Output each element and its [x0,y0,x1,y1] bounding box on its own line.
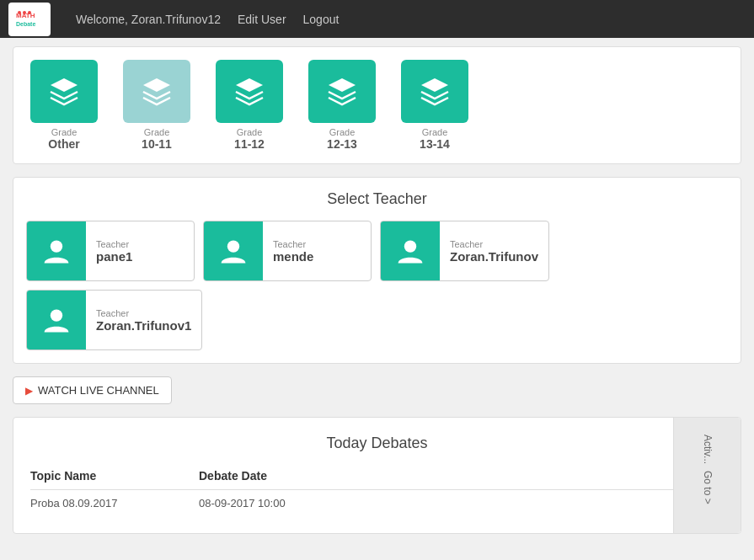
teacher-role: Teacher [96,308,191,318]
col-topic-name: Topic Name [30,469,199,490]
grade-card-icon [123,60,190,123]
svg-point-3 [18,11,21,14]
grade-card-icon [216,60,283,123]
table-row: Proba 08.09.2017 08-09-2017 10:00 [30,490,724,517]
grade-cards-container: Grade Other Grade 10-11 Grade [13,46,741,164]
svg-point-9 [51,309,62,321]
svg-point-8 [404,240,416,252]
topic-cell: Proba 08.09.2017 [30,490,199,517]
watch-live-button[interactable]: ▶ WATCH LIVE CHANNEL [13,376,172,404]
grade-label: Grade [329,127,356,137]
teacher-avatar [27,291,86,349]
teacher-name: mende [273,249,313,264]
teacher-info: Teacher pane1 [86,232,142,270]
navbar-links: Welcome, Zoran.Trifunov12 Edit User Logo… [76,13,339,26]
teacher-info: Teacher mende [263,232,324,270]
grade-card-icon [308,60,376,123]
grade-card-other[interactable]: Grade Other [22,60,106,151]
teacher-name: pane1 [96,249,132,264]
teacher-avatar [27,221,86,280]
nav-welcome[interactable]: Welcome, Zoran.Trifunov12 [76,13,221,26]
svg-text:Debate: Debate [16,21,35,27]
today-debates-section: Today Debates Topic Name Debate Date Pro… [13,417,741,534]
select-teacher-section: Select Teacher Teacher pane1 Teacher men… [13,177,741,364]
teacher-role: Teacher [450,239,538,249]
debates-table: Topic Name Debate Date Proba 08.09.2017 … [30,469,724,516]
play-icon: ▶ [25,385,33,397]
grade-value: 12-13 [327,137,357,151]
grade-label: Grade [51,127,78,137]
grade-card-11-12[interactable]: Grade 11-12 [207,60,291,151]
teacher-card-zoran-trifunov1[interactable]: Teacher Zoran.Trifunov1 [26,290,202,350]
svg-point-4 [23,11,26,14]
navbar-logo: MATH Debate [8,3,51,36]
nav-edit-user[interactable]: Edit User [238,13,286,26]
grade-label: Grade [144,127,170,137]
debates-table-body: Proba 08.09.2017 08-09-2017 10:00 [30,490,724,517]
grade-card-10-11[interactable]: Grade 10-11 [115,60,199,151]
goto-label[interactable]: Go to > [702,471,714,504]
teacher-avatar [381,221,440,280]
main-content: Grade Other Grade 10-11 Grade [0,38,754,542]
select-teacher-title: Select Teacher [26,190,728,208]
teacher-avatar [204,221,263,280]
teacher-card-mende[interactable]: Teacher mende [203,221,372,281]
teacher-card-pane1[interactable]: Teacher pane1 [26,221,195,281]
grade-card-icon [401,60,468,123]
grade-card-icon [30,60,98,123]
teacher-role: Teacher [273,239,313,249]
watch-live-label: WATCH LIVE CHANNEL [38,384,159,397]
teacher-info: Teacher Zoran.Trifunov [440,232,548,270]
teacher-info: Teacher Zoran.Trifunov1 [86,301,201,339]
grade-value: Other [48,137,79,151]
debates-table-header: Topic Name Debate Date [30,469,724,490]
grade-value: 13-14 [420,137,450,151]
svg-point-5 [28,11,31,14]
teacher-card-zoran-trifunov[interactable]: Teacher Zoran.Trifunov [380,221,549,281]
grade-label: Grade [237,127,263,137]
navbar: MATH Debate Welcome, Zoran.Trifunov12 Ed… [0,0,754,38]
teacher-name: Zoran.Trifunov1 [96,318,191,333]
svg-point-6 [51,240,62,252]
grade-card-13-14[interactable]: Grade 13-14 [393,60,477,151]
activity-panel: Activ... Go to > [673,418,741,533]
teacher-name: Zoran.Trifunov [450,249,538,264]
grade-card-12-13[interactable]: Grade 12-13 [300,60,384,151]
grade-value: 11-12 [234,137,265,151]
nav-logout[interactable]: Logout [303,13,340,26]
date-cell: 08-09-2017 10:00 [199,490,724,517]
debates-title: Today Debates [30,435,724,452]
svg-point-7 [227,240,239,252]
grade-value: 10-11 [142,137,172,151]
teacher-cards-container: Teacher pane1 Teacher mende Teacher Zora… [26,221,728,350]
svg-rect-0 [13,6,46,33]
col-debate-date: Debate Date [199,469,724,490]
navbar-brand: MATH Debate [8,3,51,36]
activity-label: Activ... [702,435,714,464]
grade-label: Grade [422,127,448,137]
teacher-role: Teacher [96,239,132,249]
